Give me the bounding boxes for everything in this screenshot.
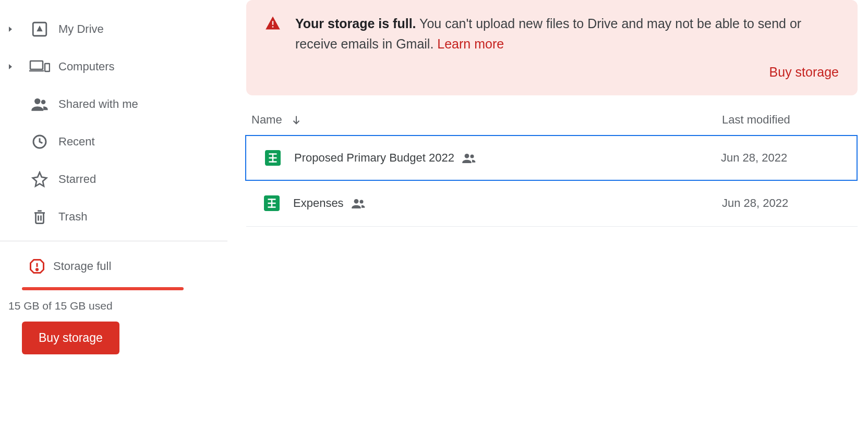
svg-rect-3 <box>45 64 50 71</box>
storage-full-alert: Your storage is full. You can't upload n… <box>246 0 858 95</box>
expand-icon[interactable] <box>0 26 21 32</box>
trash-icon <box>21 208 58 225</box>
shared-icon <box>351 198 367 208</box>
file-row[interactable]: Proposed Primary Budget 2022 Jun 28, 202… <box>245 135 858 181</box>
file-row[interactable]: Expenses Jun 28, 2022 <box>246 181 858 227</box>
svg-rect-12 <box>272 26 274 28</box>
sheets-icon <box>264 195 293 211</box>
main-content: Your storage is full. You can't upload n… <box>227 0 868 444</box>
column-modified-label: Last modified <box>722 113 790 126</box>
svg-rect-18 <box>272 153 274 163</box>
star-icon <box>21 171 58 188</box>
svg-rect-11 <box>272 21 274 25</box>
svg-point-4 <box>34 98 40 104</box>
sidebar-item-computers[interactable]: Computers <box>0 48 227 85</box>
storage-progress-bar <box>22 287 184 290</box>
sidebar-label: My Drive <box>58 22 104 36</box>
svg-point-5 <box>41 100 46 105</box>
alert-buy-storage-link[interactable]: Buy storage <box>769 65 839 79</box>
buy-storage-button[interactable]: Buy storage <box>22 322 119 354</box>
alert-text: Your storage is full. You can't upload n… <box>295 14 839 54</box>
sheets-icon <box>265 150 294 166</box>
sidebar-item-my-drive[interactable]: My Drive <box>0 10 227 48</box>
storage-usage-text: 15 GB of 15 GB used <box>0 300 219 312</box>
sidebar-item-recent[interactable]: Recent <box>0 123 227 161</box>
column-modified[interactable]: Last modified <box>722 113 858 127</box>
sidebar: My Drive Computers <box>0 0 227 444</box>
storage-section: Storage full 15 GB of 15 GB used Buy sto… <box>0 252 227 354</box>
svg-point-10 <box>36 269 38 270</box>
sidebar-label: Trash <box>58 210 87 224</box>
svg-point-27 <box>359 200 363 203</box>
my-drive-icon <box>21 20 58 38</box>
svg-point-26 <box>354 199 358 204</box>
svg-rect-25 <box>271 199 273 208</box>
shared-icon <box>462 153 477 163</box>
table-header: Name Last modified <box>246 105 858 135</box>
storage-alert-icon <box>21 258 53 274</box>
sidebar-label: Computers <box>58 60 115 73</box>
svg-rect-1 <box>30 61 43 69</box>
sidebar-item-trash[interactable]: Trash <box>0 198 227 236</box>
storage-status[interactable]: Storage full <box>0 252 219 281</box>
warning-icon <box>265 14 281 30</box>
svg-point-19 <box>465 153 469 158</box>
clock-icon <box>21 133 58 150</box>
column-name[interactable]: Name <box>251 113 722 127</box>
svg-point-20 <box>470 154 474 158</box>
sidebar-item-starred[interactable]: Starred <box>0 161 227 198</box>
divider <box>0 241 227 241</box>
sidebar-item-shared[interactable]: Shared with me <box>0 85 227 123</box>
file-name: Proposed Primary Budget 2022 <box>294 151 454 165</box>
file-name: Expenses <box>293 196 344 210</box>
sidebar-label: Shared with me <box>58 97 138 111</box>
file-modified: Jun 28, 2022 <box>721 151 857 165</box>
column-name-label: Name <box>251 113 282 127</box>
sidebar-label: Recent <box>58 135 95 149</box>
file-modified: Jun 28, 2022 <box>722 196 858 210</box>
expand-icon[interactable] <box>0 64 21 70</box>
people-icon <box>21 95 58 113</box>
learn-more-link[interactable]: Learn more <box>437 36 504 51</box>
storage-status-label: Storage full <box>53 260 111 273</box>
computers-icon <box>21 59 58 74</box>
sort-arrow-down-icon <box>291 114 302 126</box>
sidebar-label: Starred <box>58 172 96 186</box>
alert-strong: Your storage is full. <box>295 16 416 31</box>
